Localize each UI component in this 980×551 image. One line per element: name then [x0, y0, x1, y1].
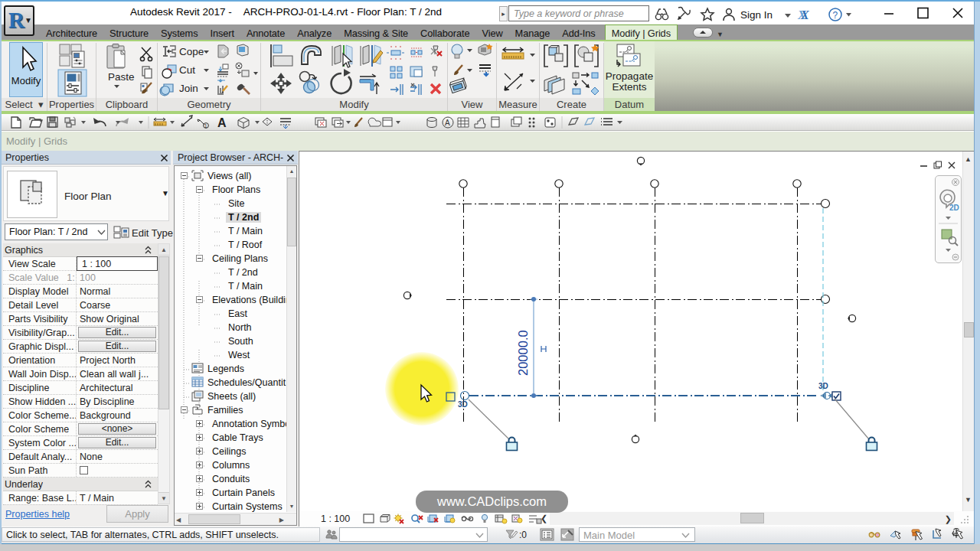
- svg-text:3D: 3D: [458, 400, 468, 409]
- svg-text:A: A: [217, 116, 227, 129]
- svg-text:Join: Join: [179, 83, 198, 94]
- svg-text:Propagate: Propagate: [606, 70, 653, 82]
- svg-text:Sign In: Sign In: [740, 9, 773, 21]
- svg-text:Paste: Paste: [108, 71, 135, 83]
- svg-text:A: A: [445, 119, 450, 127]
- svg-text:1: 1: [204, 123, 207, 129]
- svg-text:3D: 3D: [818, 382, 828, 390]
- svg-text:Cut: Cut: [179, 64, 195, 76]
- svg-text:20000.0: 20000.0: [516, 330, 530, 376]
- svg-text:X: X: [800, 8, 809, 21]
- svg-text:Cope: Cope: [179, 46, 204, 57]
- svg-text:?: ?: [833, 10, 838, 21]
- svg-text:2D: 2D: [949, 204, 959, 212]
- svg-text:Extents: Extents: [612, 81, 646, 93]
